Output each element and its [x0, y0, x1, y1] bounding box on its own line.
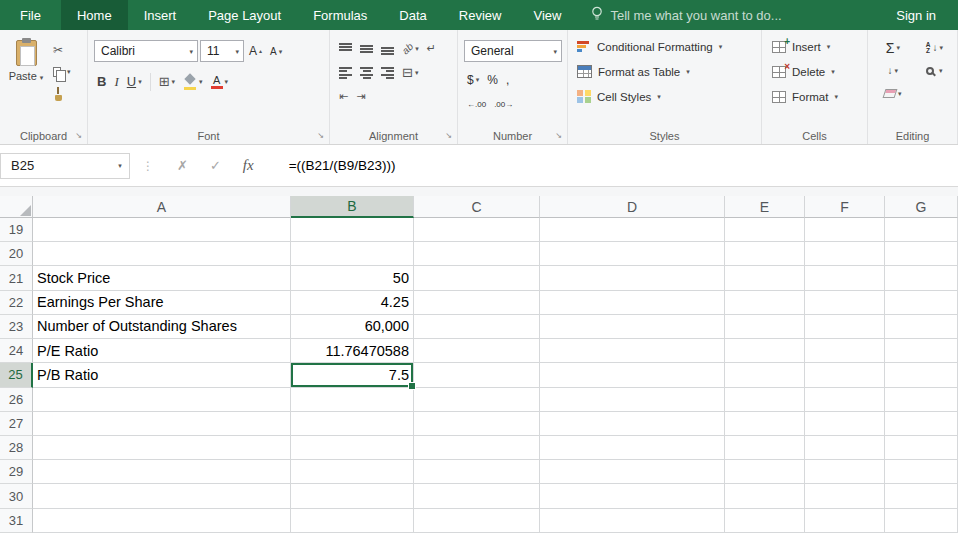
cell-C21[interactable]	[414, 266, 540, 290]
cell-E22[interactable]	[725, 291, 805, 315]
cell-E30[interactable]	[725, 484, 805, 508]
align-center-button[interactable]	[357, 62, 376, 83]
decrease-font-size-button[interactable]: ▾	[267, 41, 285, 62]
cell-A31[interactable]	[33, 509, 291, 533]
cell-F27[interactable]	[805, 412, 885, 436]
cell-D20[interactable]	[540, 242, 725, 266]
cell-A29[interactable]	[33, 460, 291, 484]
cell-A24[interactable]: P/E Ratio	[33, 339, 291, 363]
cell-A23[interactable]: Number of Outstanding Shares	[33, 315, 291, 339]
cell-B29[interactable]	[291, 460, 414, 484]
cell-C30[interactable]	[414, 484, 540, 508]
cell-C28[interactable]	[414, 436, 540, 460]
cell-G22[interactable]	[885, 291, 958, 315]
cancel-button[interactable]: ✗	[166, 158, 199, 173]
increase-font-size-button[interactable]: ▴	[246, 41, 265, 62]
select-all-button[interactable]	[0, 196, 33, 218]
cell-E27[interactable]	[725, 412, 805, 436]
cell-C19[interactable]	[414, 218, 540, 242]
cell-C26[interactable]	[414, 388, 540, 412]
cell-G26[interactable]	[885, 388, 958, 412]
row-header-26[interactable]: 26	[0, 388, 33, 412]
autosum-button[interactable]: Σ▾	[876, 37, 910, 58]
cell-B24[interactable]: 11.76470588	[291, 339, 414, 363]
cell-E26[interactable]	[725, 388, 805, 412]
italic-button[interactable]: I	[111, 71, 121, 92]
enter-button[interactable]: ✓	[199, 158, 232, 173]
cell-G30[interactable]	[885, 484, 958, 508]
format-painter-button[interactable]	[51, 83, 73, 104]
cell-F24[interactable]	[805, 339, 885, 363]
paste-button[interactable]: Paste ▾	[4, 34, 48, 104]
bold-button[interactable]: B	[94, 71, 109, 92]
cell-G21[interactable]	[885, 266, 958, 290]
cell-A22[interactable]: Earnings Per Share	[33, 291, 291, 315]
comma-style-button[interactable]: ,	[503, 69, 512, 90]
cell-F20[interactable]	[805, 242, 885, 266]
tab-home[interactable]: Home	[61, 0, 128, 30]
cell-F31[interactable]	[805, 509, 885, 533]
cell-B28[interactable]	[291, 436, 414, 460]
cell-A28[interactable]	[33, 436, 291, 460]
borders-button[interactable]: ⊞▾	[156, 71, 178, 92]
insert-function-button[interactable]: fx	[232, 157, 265, 174]
fill-button[interactable]: ↓▾	[876, 60, 910, 81]
formula-input[interactable]: =((B21/(B9/B23)))	[289, 158, 396, 173]
column-header-E[interactable]: E	[725, 196, 805, 218]
cell-G28[interactable]	[885, 436, 958, 460]
row-header-23[interactable]: 23	[0, 315, 33, 339]
cell-B19[interactable]	[291, 218, 414, 242]
delete-cells-button[interactable]: Delete ▾	[766, 59, 863, 84]
cell-D19[interactable]	[540, 218, 725, 242]
format-as-table-button[interactable]: Format as Table ▾	[572, 59, 757, 84]
cell-F25[interactable]	[805, 363, 885, 387]
cell-D24[interactable]	[540, 339, 725, 363]
accounting-format-button[interactable]: $▾	[464, 69, 482, 90]
number-dialog-launcher-icon[interactable]	[553, 130, 564, 141]
font-dialog-launcher-icon[interactable]	[315, 130, 326, 141]
column-header-B[interactable]: B	[291, 196, 414, 218]
cell-C24[interactable]	[414, 339, 540, 363]
cell-E29[interactable]	[725, 460, 805, 484]
cell-A27[interactable]	[33, 412, 291, 436]
tell-me-box[interactable]: Tell me what you want to do...	[591, 0, 781, 30]
cell-A21[interactable]: Stock Price	[33, 266, 291, 290]
cell-C22[interactable]	[414, 291, 540, 315]
cell-C29[interactable]	[414, 460, 540, 484]
insert-cells-button[interactable]: Insert ▾	[766, 34, 863, 59]
cell-G23[interactable]	[885, 315, 958, 339]
cell-C31[interactable]	[414, 509, 540, 533]
cell-B23[interactable]: 60,000	[291, 315, 414, 339]
cell-B31[interactable]	[291, 509, 414, 533]
wrap-text-button[interactable]: ↵	[424, 38, 439, 59]
column-header-G[interactable]: G	[885, 196, 958, 218]
cell-E25[interactable]	[725, 363, 805, 387]
cell-G24[interactable]	[885, 339, 958, 363]
cell-G27[interactable]	[885, 412, 958, 436]
cell-D27[interactable]	[540, 412, 725, 436]
cell-F29[interactable]	[805, 460, 885, 484]
cell-D28[interactable]	[540, 436, 725, 460]
sort-filter-button[interactable]: AZ↓▾	[918, 37, 951, 58]
align-left-button[interactable]	[336, 62, 355, 83]
underline-button[interactable]: U▾	[124, 71, 145, 92]
cell-C23[interactable]	[414, 315, 540, 339]
row-header-30[interactable]: 30	[0, 484, 33, 508]
format-cells-button[interactable]: Format ▾	[766, 84, 863, 109]
row-header-19[interactable]: 19	[0, 218, 33, 242]
cell-F30[interactable]	[805, 484, 885, 508]
cell-B26[interactable]	[291, 388, 414, 412]
column-header-C[interactable]: C	[414, 196, 540, 218]
cell-E24[interactable]	[725, 339, 805, 363]
cell-D29[interactable]	[540, 460, 725, 484]
cell-E21[interactable]	[725, 266, 805, 290]
cell-D23[interactable]	[540, 315, 725, 339]
cell-F19[interactable]	[805, 218, 885, 242]
cell-E23[interactable]	[725, 315, 805, 339]
cell-D30[interactable]	[540, 484, 725, 508]
number-format-combo[interactable]: General ▾	[464, 40, 562, 62]
find-select-button[interactable]: ▾	[918, 60, 951, 81]
row-header-24[interactable]: 24	[0, 339, 33, 363]
cell-A20[interactable]	[33, 242, 291, 266]
formula-bar-splitter-icon[interactable]: ⋮	[142, 159, 154, 173]
